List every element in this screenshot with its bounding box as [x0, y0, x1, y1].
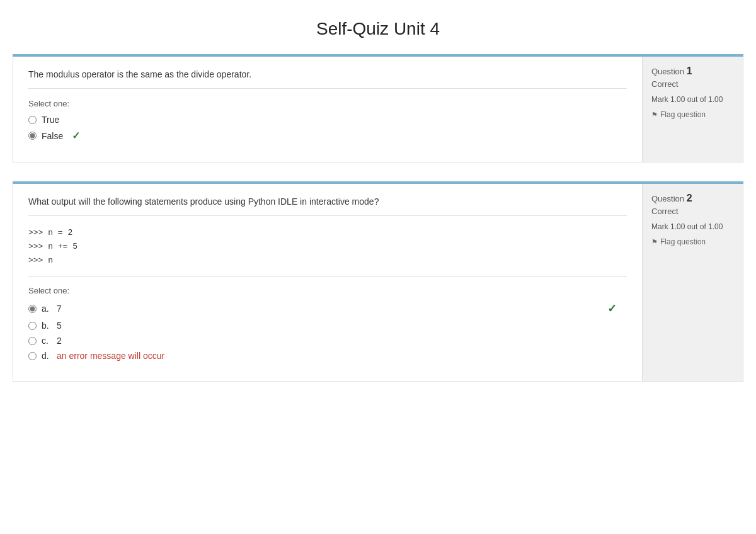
page-title: Self-Quiz Unit 4 — [13, 19, 743, 39]
question-2-option-d-letter: d. — [42, 351, 53, 361]
question-2-option-b-letter: b. — [42, 321, 53, 331]
question-2-option-b-label: 5 — [57, 321, 62, 331]
question-2-option-c-label: 2 — [57, 336, 62, 346]
question-2-sidebar: Question 2 Correct Mark 1.00 out of 1.00… — [643, 184, 743, 382]
question-2-flag-button[interactable]: ⚑ Flag question — [651, 237, 734, 246]
flag-icon-q1: ⚑ — [651, 111, 658, 119]
question-1-correct-check-icon: ✓ — [72, 130, 80, 142]
question-1-sidebar: Question 1 Correct Mark 1.00 out of 1.00… — [643, 57, 743, 162]
question-2-code-block: >>> n = 2 >>> n += 5 >>> n — [28, 226, 627, 277]
question-2-option-a-label: 7 — [57, 304, 62, 314]
question-1-flag-button[interactable]: ⚑ Flag question — [651, 110, 734, 119]
question-1-option-true-label: True — [42, 115, 59, 125]
question-2-mark: Mark 1.00 out of 1.00 — [651, 221, 734, 232]
code-line-1: >>> n = 2 — [28, 226, 627, 240]
page-container: Self-Quiz Unit 4 The modulus operator is… — [0, 0, 756, 419]
question-1-radio-true[interactable] — [28, 116, 37, 124]
question-2-wrapper: What output will the following statement… — [13, 181, 743, 382]
question-2-number: 2 — [687, 193, 692, 203]
question-1-option-false-label: False — [42, 131, 63, 141]
question-1-sidebar-num: Question 1 — [651, 65, 734, 77]
question-1-select-label: Select one: — [28, 99, 627, 108]
question-2-option-c: c. 2 — [28, 336, 627, 346]
question-1-mark: Mark 1.00 out of 1.00 — [651, 94, 734, 105]
question-1-radio-false[interactable] — [28, 132, 37, 140]
question-1-text: The modulus operator is the same as the … — [28, 69, 627, 89]
question-2-option-b: b. 5 — [28, 321, 627, 331]
question-1-option-true: True — [28, 115, 627, 125]
question-2-status: Correct — [651, 207, 734, 216]
question-2-sidebar-num: Question 2 — [651, 193, 734, 204]
question-1-main: The modulus operator is the same as the … — [13, 57, 643, 162]
question-2-radio-d[interactable] — [28, 352, 37, 360]
question-1-option-false: False ✓ — [28, 130, 627, 142]
question-2-correct-check-icon: ✓ — [607, 302, 627, 315]
question-2-option-a: a. 7 ✓ — [28, 302, 627, 315]
question-2-option-c-letter: c. — [42, 336, 53, 346]
question-1-number: 1 — [687, 65, 692, 76]
flag-icon-q2: ⚑ — [651, 238, 658, 246]
question-2-main: What output will the following statement… — [13, 184, 643, 382]
question-2-option-d-label: an error message will occur — [57, 351, 164, 361]
question-1-wrapper: The modulus operator is the same as the … — [13, 54, 743, 162]
question-1-status: Correct — [651, 79, 734, 89]
code-line-3: >>> n — [28, 254, 627, 268]
question-2-radio-c[interactable] — [28, 337, 37, 345]
question-2-option-d: d. an error message will occur — [28, 351, 627, 361]
question-2-text: What output will the following statement… — [28, 196, 627, 216]
question-2-radio-a[interactable] — [28, 305, 37, 313]
question-2-select-label: Select one: — [28, 286, 627, 295]
question-2-option-a-letter: a. — [42, 304, 53, 314]
code-line-2: >>> n += 5 — [28, 240, 627, 254]
question-2-radio-b[interactable] — [28, 322, 37, 330]
